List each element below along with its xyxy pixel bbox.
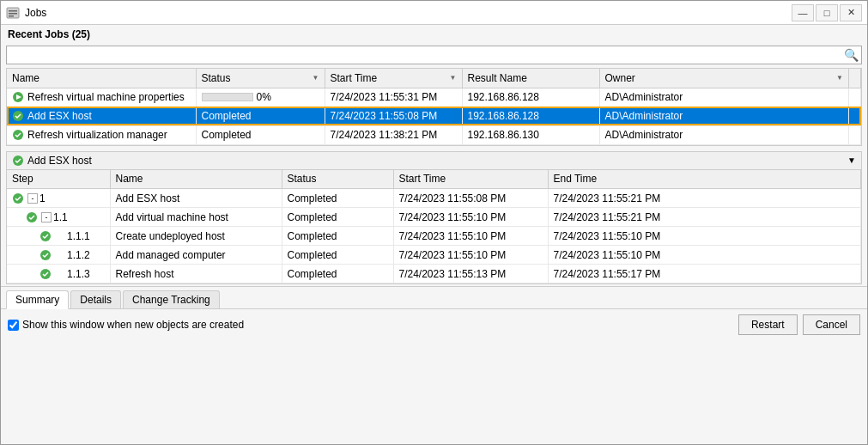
title-bar-controls: — □ ✕ <box>792 4 862 21</box>
detail-header-title: Add ESX host <box>12 155 92 167</box>
col-header-status[interactable]: Status ▼ <box>196 69 325 88</box>
jobs-icon <box>6 6 20 20</box>
step-start-cell: 7/24/2023 11:55:10 PM <box>393 246 548 265</box>
scrollbar-placeholder <box>849 69 861 88</box>
jobs-table-container: Name Status ▼ Start Time <box>6 68 862 146</box>
step-name-cell: Create undeployed host <box>110 227 282 246</box>
maximize-button[interactable]: □ <box>816 4 838 21</box>
step-number-cell: - 1 <box>7 189 110 208</box>
job-status-cell: Completed <box>196 107 325 125</box>
detail-title: Add ESX host <box>27 155 92 167</box>
steps-table-row[interactable]: - 1.1 Add virtual machine hostCompleted7… <box>7 208 861 227</box>
svg-rect-3 <box>9 15 14 17</box>
window-title: Jobs <box>25 7 46 19</box>
detail-header: Add ESX host ▼ <box>7 152 861 170</box>
step-number-cell: 1.1.1 <box>7 227 110 246</box>
cancel-button[interactable]: Cancel <box>803 314 860 335</box>
steps-table-row[interactable]: 1.1.3 Refresh hostCompleted7/24/2023 11:… <box>7 265 861 283</box>
jobs-table: Name Status ▼ Start Time <box>7 69 861 145</box>
steps-col-header-step[interactable]: Step <box>7 170 110 189</box>
restart-button[interactable]: Restart <box>738 314 798 335</box>
bottom-bar: Show this window when new objects are cr… <box>1 308 867 340</box>
step-end-cell: 7/24/2023 11:55:10 PM <box>548 227 861 246</box>
check-icon <box>12 110 24 122</box>
job-start-cell: 7/24/2023 11:38:21 PM <box>325 125 462 144</box>
search-icon: 🔍 <box>844 48 859 62</box>
steps-table-row[interactable]: - 1 Add ESX hostCompleted7/24/2023 11:55… <box>7 189 861 208</box>
check-icon <box>12 129 24 141</box>
steps-col-header-status[interactable]: Status <box>282 170 393 189</box>
job-owner-cell: AD\Administrator <box>599 88 849 107</box>
step-name-cell: Refresh host <box>110 265 282 283</box>
owner-sort-arrow: ▼ <box>836 74 843 82</box>
play-icon <box>12 91 24 103</box>
jobs-window: Jobs — □ ✕ Recent Jobs (25) 🔍 Name <box>0 0 868 445</box>
job-result-cell: 192.168.86.128 <box>462 107 599 125</box>
steps-col-header-end-time[interactable]: End Time <box>548 170 861 189</box>
col-header-start-time[interactable]: Start Time ▼ <box>325 69 462 88</box>
minimize-button[interactable]: — <box>792 4 814 21</box>
tabs-bar: SummaryDetailsChange Tracking <box>1 286 867 308</box>
title-bar-left: Jobs <box>6 6 46 20</box>
steps-table: Step Name Status Start Time End Time <box>7 170 861 284</box>
expand-icon[interactable]: - <box>27 193 38 204</box>
show-window-checkbox[interactable] <box>8 320 19 331</box>
steps-col-header-name[interactable]: Name <box>110 170 282 189</box>
step-start-cell: 7/24/2023 11:55:10 PM <box>393 227 548 246</box>
job-status-cell: Completed <box>196 125 325 144</box>
step-name-cell: Add ESX host <box>110 189 282 208</box>
tab-details[interactable]: Details <box>70 290 121 308</box>
step-name-cell: Add managed computer <box>110 246 282 265</box>
close-button[interactable]: ✕ <box>840 4 862 21</box>
step-start-cell: 7/24/2023 11:55:10 PM <box>393 208 548 227</box>
step-check-icon <box>39 268 52 280</box>
bottom-buttons: Restart Cancel <box>738 314 860 335</box>
scrollbar-cell <box>849 125 861 144</box>
expand-icon[interactable]: - <box>41 212 52 222</box>
detail-check-icon <box>12 155 24 167</box>
tab-change-tracking[interactable]: Change Tracking <box>123 290 220 308</box>
job-owner-cell: AD\Administrator <box>599 125 849 144</box>
detail-section: Add ESX host ▼ Step Name Status <box>6 151 862 285</box>
job-result-cell: 192.168.86.128 <box>462 88 599 107</box>
step-check-icon <box>26 211 38 223</box>
status-sort-arrow: ▼ <box>313 74 319 82</box>
chevron-down-icon[interactable]: ▼ <box>847 155 856 165</box>
step-name-cell: Add virtual machine host <box>110 208 282 227</box>
scrollbar-cell <box>849 107 861 125</box>
step-status-cell: Completed <box>282 189 393 208</box>
job-owner-cell: AD\Administrator <box>599 107 849 125</box>
job-start-cell: 7/24/2023 11:55:08 PM <box>325 107 462 125</box>
steps-col-header-start-time[interactable]: Start Time <box>393 170 548 189</box>
title-bar: Jobs — □ ✕ <box>1 1 867 25</box>
step-status-cell: Completed <box>282 208 393 227</box>
step-status-cell: Completed <box>282 246 393 265</box>
job-start-cell: 7/24/2023 11:55:31 PM <box>325 88 462 107</box>
job-name-cell: Refresh virtualization manager <box>7 125 196 144</box>
job-name-cell: Add ESX host <box>7 107 196 125</box>
step-number-cell: 1.1.2 <box>7 246 110 265</box>
steps-table-row[interactable]: 1.1.1 Create undeployed hostCompleted7/2… <box>7 227 861 246</box>
recent-jobs-header: Recent Jobs (25) <box>1 25 867 44</box>
job-name-cell: Refresh virtual machine properties <box>7 88 196 107</box>
job-result-cell: 192.168.86.130 <box>462 125 599 144</box>
table-row[interactable]: Add ESX host Completed7/24/2023 11:55:08… <box>7 107 861 125</box>
step-start-cell: 7/24/2023 11:55:13 PM <box>393 265 548 283</box>
show-window-checkbox-label[interactable]: Show this window when new objects are cr… <box>8 319 244 331</box>
step-end-cell: 7/24/2023 11:55:17 PM <box>548 265 861 283</box>
search-input[interactable] <box>6 46 862 64</box>
col-header-owner[interactable]: Owner ▼ <box>599 69 849 88</box>
col-header-name[interactable]: Name <box>7 69 196 88</box>
step-status-cell: Completed <box>282 265 393 283</box>
step-end-cell: 7/24/2023 11:55:21 PM <box>548 208 861 227</box>
steps-table-row[interactable]: 1.1.2 Add managed computerCompleted7/24/… <box>7 246 861 265</box>
step-number-cell: - 1.1 <box>7 208 110 227</box>
table-row[interactable]: Refresh virtual machine properties 0% 7/… <box>7 88 861 107</box>
step-check-icon <box>39 249 52 261</box>
table-row[interactable]: Refresh virtualization manager Completed… <box>7 125 861 144</box>
show-window-label: Show this window when new objects are cr… <box>22 319 244 331</box>
step-end-cell: 7/24/2023 11:55:10 PM <box>548 246 861 265</box>
tab-summary[interactable]: Summary <box>6 290 69 309</box>
col-header-result-name[interactable]: Result Name <box>462 69 599 88</box>
step-check-icon <box>12 192 24 204</box>
